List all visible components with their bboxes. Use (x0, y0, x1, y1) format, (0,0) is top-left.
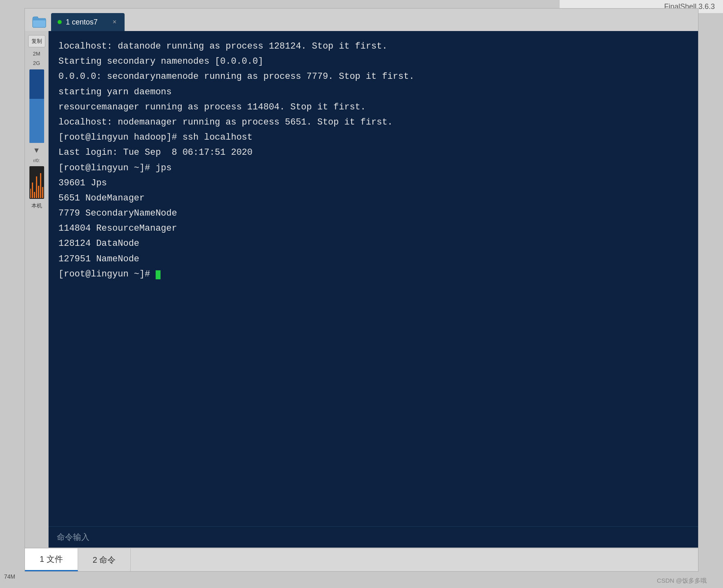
bottom-mem-label: 74M (4, 573, 15, 580)
chart-bar-4 (36, 176, 37, 198)
terminal-cursor (156, 270, 161, 279)
chart-bar-1 (30, 189, 31, 198)
chart-bar-3 (34, 192, 35, 198)
terminal-line: 128124 DataNode (58, 236, 688, 251)
terminal-line: [root@lingyun ~]# (58, 267, 688, 281)
terminal-line: 7779 SecondaryNameNode (58, 206, 688, 220)
terminal-container[interactable]: localhost: datanode running as process 1… (49, 31, 698, 548)
terminal-line: 127951 NameNode (58, 252, 688, 266)
memory-bar-fill (29, 99, 44, 143)
memory-bar-container (29, 69, 44, 143)
terminal-line: 5651 NodeManager (58, 191, 688, 205)
terminal-line: 114804 ResourceManager (58, 221, 688, 236)
tab-label: 1 centos7 (66, 18, 107, 27)
bottom-tab-files-label: 1 文件 (40, 554, 63, 565)
chart-bar-7 (42, 187, 43, 198)
attribution-label: CSDN @饭多多哦 (657, 577, 707, 585)
terminal-output: localhost: datanode running as process 1… (49, 31, 698, 526)
copy-button[interactable]: 复制 (28, 35, 45, 47)
io-chart (29, 166, 44, 199)
folder-button[interactable] (29, 13, 49, 31)
command-input-bar: 命令输入 (49, 526, 698, 548)
session-tab[interactable]: 1 centos7 × (51, 13, 125, 31)
local-machine-label: 本机 (31, 202, 42, 209)
left-sidebar: 复制 2M 2G ▼ r/0: 本机 (25, 31, 49, 548)
terminal-line: resourcemanager running as process 11480… (58, 100, 688, 114)
terminal-line: [root@lingyun hadoop]# ssh localhost (58, 130, 688, 145)
terminal-line: localhost: nodemanager running as proces… (58, 115, 688, 129)
mem-2m-label: 2M (33, 51, 40, 57)
terminal-line: starting yarn daemons (58, 85, 688, 99)
main-window: 1 centos7 × 复制 2M 2G ▼ r/0: 本机 (25, 8, 698, 572)
chart-bar-2 (32, 183, 33, 198)
terminal-line: localhost: datanode running as process 1… (58, 39, 688, 53)
bottom-tab-files[interactable]: 1 文件 (25, 548, 78, 571)
bottom-tab-commands-label: 2 命令 (93, 555, 116, 566)
connection-status-dot (58, 20, 62, 24)
terminal-line: [root@lingyun ~]# jps (58, 161, 688, 175)
bottom-tab-bar: 1 文件 2 命令 (25, 548, 698, 571)
chart-bar-6 (40, 173, 41, 198)
terminal-line: 0.0.0.0: secondarynamenode running as pr… (58, 69, 688, 84)
chart-bar-5 (38, 186, 39, 198)
tab-close-button[interactable]: × (111, 18, 118, 27)
bottom-tab-commands[interactable]: 2 命令 (78, 548, 131, 571)
terminal-line: Starting secondary namenodes [0.0.0.0] (58, 54, 688, 69)
down-arrow-icon[interactable]: ▼ (33, 146, 40, 155)
terminal-line: Last login: Tue Sep 8 06:17:51 2020 (58, 145, 688, 160)
tab-bar: 1 centos7 × (25, 9, 698, 31)
terminal-line: 39601 Jps (58, 176, 688, 190)
mem-2g-label: 2G (33, 60, 40, 66)
command-input-label: 命令输入 (57, 532, 89, 543)
io-label: r/0: (33, 158, 40, 163)
content-area: 复制 2M 2G ▼ r/0: 本机 localhost: datanode r… (25, 31, 698, 548)
